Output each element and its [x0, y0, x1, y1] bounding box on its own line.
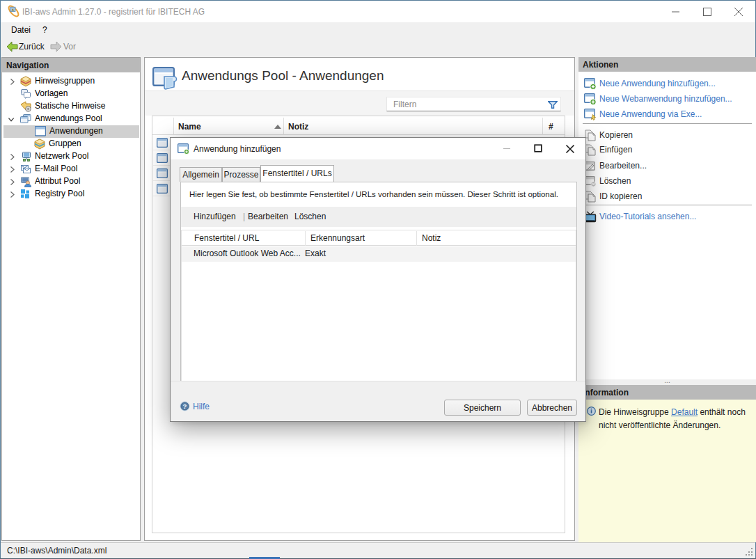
svg-text:?: ? — [183, 402, 187, 410]
